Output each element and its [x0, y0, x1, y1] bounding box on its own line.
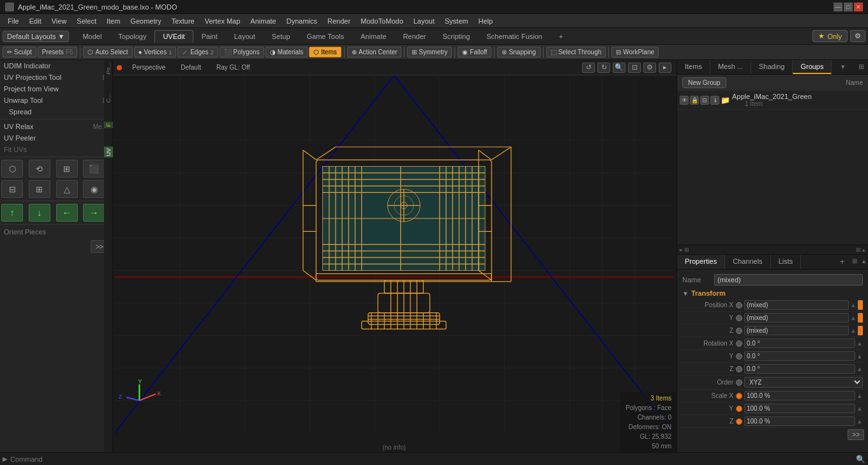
prop-expand-btn[interactable]: ⊞	[849, 255, 860, 269]
rotation-x-dot[interactable]	[736, 340, 742, 347]
rotation-z-arrow-up[interactable]: ▲	[857, 365, 863, 372]
tool-icon-6[interactable]: ⊞	[29, 180, 50, 198]
tool-icon-3[interactable]: ⊞	[56, 160, 78, 178]
tab-layout[interactable]: Layout	[226, 30, 264, 42]
position-z-input[interactable]	[744, 326, 849, 335]
position-y-dot[interactable]	[736, 315, 742, 321]
transform-section[interactable]: ▼ Transform	[680, 287, 865, 299]
sculpt-button[interactable]: ✏ Sculpt	[3, 47, 36, 57]
frame-icon[interactable]: ⊟	[700, 96, 709, 105]
menu-animate[interactable]: Animate	[245, 16, 281, 26]
side-tab-c[interactable]: C...	[105, 94, 112, 103]
arrow-up-btn[interactable]: ↑	[1, 204, 23, 222]
prop-add-button[interactable]: +	[835, 255, 849, 269]
rotation-z-dot[interactable]	[736, 366, 742, 372]
menu-modotomodo[interactable]: ModoToModo	[355, 16, 408, 26]
scale-z-arrow-up[interactable]: ▲	[857, 418, 863, 425]
item-row[interactable]: 👁 🔒 ⊟ ℹ 📁 Apple_iMac_2021_Green 1 Item	[677, 91, 868, 110]
settings-btn[interactable]: ⚙	[643, 63, 656, 73]
rotate-left-btn[interactable]: ↺	[582, 63, 595, 73]
vertices-button[interactable]: ● Vertices 1	[134, 47, 177, 57]
project-from-view-tool[interactable]: Project from View	[0, 83, 111, 95]
scale-x-dot[interactable]	[736, 393, 742, 399]
position-x-input[interactable]	[744, 300, 849, 310]
presets-button[interactable]: Presets F6	[38, 47, 78, 57]
tool-icon-5[interactable]: ⊟	[1, 180, 23, 198]
maximize-button[interactable]: □	[844, 3, 853, 11]
side-tab-po[interactable]: Po...	[105, 63, 112, 75]
scale-y-arrow-up[interactable]: ▲	[857, 405, 863, 412]
prop-name-input[interactable]	[714, 274, 863, 286]
udim-indicator-tool[interactable]: UDIM Indicator	[0, 60, 111, 72]
scale-z-dot[interactable]	[736, 418, 742, 425]
position-z-arrow-up[interactable]: ▲	[850, 327, 857, 334]
polygons-button[interactable]: ⬛ Polygons	[220, 47, 264, 57]
tab-properties[interactable]: Properties	[677, 255, 725, 269]
tab-scripting[interactable]: Scripting	[434, 30, 478, 42]
scale-y-input[interactable]	[744, 404, 855, 413]
position-z-dot[interactable]	[736, 328, 742, 334]
gear-button[interactable]: ⚙	[850, 30, 865, 42]
rotation-z-input[interactable]	[744, 364, 855, 374]
tab-animate[interactable]: Animate	[352, 30, 394, 42]
spread-tool[interactable]: Spread	[0, 106, 111, 118]
tab-items[interactable]: Items	[677, 60, 710, 74]
position-x-dot[interactable]	[736, 302, 742, 309]
rotation-y-arrow-up[interactable]: ▲	[857, 353, 863, 360]
falloff-button[interactable]: ◉ Falloff	[458, 47, 491, 57]
menu-system[interactable]: System	[440, 16, 474, 26]
snapping-button[interactable]: ⊛ Snapping	[497, 47, 540, 57]
play-btn[interactable]: ▸	[659, 63, 671, 73]
tab-schematic-fusion[interactable]: Schematic Fusion	[478, 30, 550, 42]
rotation-x-arrow-up[interactable]: ▲	[857, 340, 863, 347]
tab-render[interactable]: Render	[394, 30, 434, 42]
zoom-btn[interactable]: 🔍	[613, 63, 625, 73]
order-dot[interactable]	[736, 379, 742, 386]
scale-y-dot[interactable]	[736, 406, 742, 412]
perspective-btn[interactable]: Perspective	[127, 63, 170, 72]
frame-btn[interactable]: ⊡	[628, 63, 641, 73]
menu-render[interactable]: Render	[322, 16, 355, 26]
search-icon[interactable]: 🔍	[856, 455, 865, 464]
layout-selector[interactable]: Default Layouts ▼	[3, 31, 69, 42]
menu-texture[interactable]: Texture	[167, 16, 200, 26]
eye-icon[interactable]: 👁	[680, 96, 689, 105]
arrow-left-btn[interactable]: ←	[56, 204, 78, 222]
tab-expand-btn[interactable]: ▾	[837, 60, 849, 74]
workplane-button[interactable]: ⊟ WorkPlane	[611, 47, 659, 57]
order-select[interactable]: XYZ XZY YXZ YZX ZXY ZYX	[744, 377, 863, 388]
uv-peeler-tool[interactable]: UV Peeler	[0, 132, 111, 144]
tab-game-tools[interactable]: Game Tools	[299, 30, 353, 42]
tab-fullscreen-btn[interactable]: ⊞	[855, 60, 868, 74]
scale-x-arrow-up[interactable]: ▲	[857, 392, 863, 399]
only-button[interactable]: ★ Only	[812, 30, 848, 42]
menu-geometry[interactable]: Geometry	[125, 16, 166, 26]
scale-x-input[interactable]	[744, 391, 855, 400]
items-button[interactable]: ⬡ Items	[309, 47, 341, 57]
arrow-right-btn[interactable]: →	[83, 204, 105, 222]
position-y-arrow-up[interactable]: ▲	[850, 314, 857, 321]
rotation-x-input[interactable]	[744, 339, 855, 348]
menu-dynamics[interactable]: Dynamics	[281, 16, 322, 26]
arrow-down-btn[interactable]: ↓	[29, 204, 50, 222]
action-center-button[interactable]: ⊕ Action Center	[347, 47, 402, 57]
tab-add[interactable]: +	[551, 30, 571, 42]
auto-select-button[interactable]: ⬡ Auto Select	[83, 47, 132, 57]
rotation-y-dot[interactable]	[736, 353, 742, 360]
lock-icon[interactable]: 🔒	[690, 96, 699, 105]
command-input[interactable]	[10, 455, 856, 463]
scroll-down-btn[interactable]: >>	[848, 429, 864, 440]
tool-icon-2[interactable]: ⟲	[29, 160, 50, 178]
tab-channels[interactable]: Channels	[725, 255, 770, 269]
tab-mesh[interactable]: Mesh ...	[710, 60, 751, 74]
menu-vertex-map[interactable]: Vertex Map	[200, 16, 246, 26]
fit-uvs-tool[interactable]: Fit UVs	[0, 144, 111, 155]
info-icon[interactable]: ℹ	[710, 96, 719, 105]
side-tab-f[interactable]: F	[104, 122, 113, 128]
position-y-input[interactable]	[744, 313, 849, 323]
tool-icon-7[interactable]: △	[56, 180, 78, 198]
rotation-y-input[interactable]	[744, 351, 855, 361]
menu-edit[interactable]: Edit	[24, 16, 47, 26]
menu-layout[interactable]: Layout	[408, 16, 440, 26]
menu-file[interactable]: File	[3, 16, 24, 26]
